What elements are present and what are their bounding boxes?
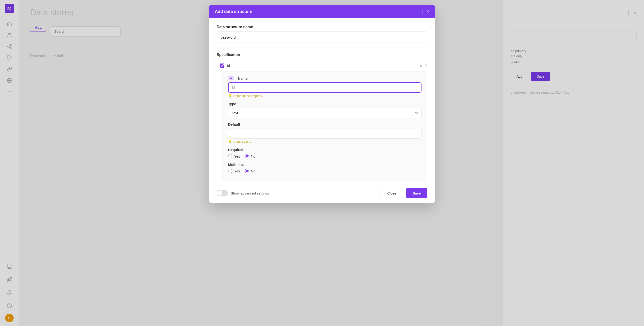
multiline-no-radio[interactable] [244,169,249,173]
modal-header-actions: × [422,9,429,14]
multiline-yes-radio[interactable] [228,169,232,173]
modal-body: Data structure name Specification id × [209,18,435,183]
required-yes-label: Yes [234,154,240,158]
prop-type-label: Type [228,102,422,106]
advanced-settings-toggle: Show advanced settings [217,190,269,196]
advanced-toggle-switch[interactable] [217,190,228,196]
prop-default-row: Default 💡 Default value. [228,122,422,144]
prop-default-hint: 💡 Default value. [228,140,422,144]
multiline-yes-label: Yes [234,169,240,173]
spec-row-actions: × [420,63,427,68]
svg-point-20 [422,65,422,66]
footer-actions: Close Save [380,188,427,198]
modal-header: Add data structure × [209,5,435,18]
required-no-option[interactable]: No [244,154,255,158]
spec-label: Specification [217,53,427,57]
required-yes-option[interactable]: Yes [228,154,240,158]
prop-multiline-row: Multi-line Yes No [228,162,422,173]
prop-default-input[interactable] [228,128,422,138]
default-hint-bulb-icon: 💡 [228,140,232,144]
close-button[interactable]: Close [380,188,403,198]
spec-item-name: id [227,64,230,68]
modal-overlay: Add data structure × Data structure name… [0,0,644,326]
prop-type-badge: A [228,76,234,80]
prop-required-label: Required [228,148,422,152]
hint-bulb-icon: 💡 [228,94,232,98]
spec-row-id: id × [217,61,427,70]
property-form: A Name 💡 Name of the property. Type Text [222,71,427,182]
name-field-section: Data structure name [217,25,427,48]
spec-drag-icon[interactable] [420,63,423,68]
prop-type-select[interactable]: Text Number Boolean Date Array Object [228,108,422,118]
prop-name-input[interactable] [228,82,422,93]
svg-point-18 [420,66,421,66]
svg-point-17 [420,65,421,66]
prop-default-hint-text: Default value. [233,140,252,144]
required-no-label: No [251,154,255,158]
svg-point-19 [422,64,422,65]
prop-name-label-row: A Name [228,76,422,80]
prop-required-row: Required Yes No [228,148,422,158]
required-radio-group: Yes No [228,154,422,158]
multiline-no-option[interactable]: No [244,169,255,173]
prop-multiline-label: Multi-line [228,162,422,166]
data-structure-name-input[interactable] [217,32,427,43]
spec-checkbox-id[interactable] [220,64,224,68]
toggle-knob [217,190,222,196]
multiline-radio-group: Yes No [228,169,422,173]
add-data-structure-modal: Add data structure × Data structure name… [209,5,435,203]
modal-close-button[interactable]: × [426,9,429,14]
prop-default-label: Default [228,122,422,126]
prop-name-label: Name [238,76,248,80]
required-no-radio[interactable] [244,154,249,158]
prop-name-hint: 💡 Name of the property. [228,94,422,98]
svg-point-21 [422,66,422,66]
modal-footer: Show advanced settings Close Save [209,183,435,203]
prop-type-row: Type Text Number Boolean Date Array Obje… [228,102,422,118]
modal-title: Add data structure [215,9,252,14]
save-button[interactable]: Save [406,188,427,198]
multiline-yes-option[interactable]: Yes [228,169,240,173]
svg-point-16 [420,64,421,65]
prop-name-row: A Name 💡 Name of the property. [228,76,422,98]
required-yes-radio[interactable] [228,154,232,158]
name-field-label: Data structure name [217,25,427,29]
multiline-no-label: No [251,169,255,173]
advanced-label: Show advanced settings [231,191,269,195]
modal-options-icon[interactable] [422,10,423,14]
prop-divider [236,76,236,80]
spec-delete-button[interactable]: × [425,63,427,68]
prop-name-hint-text: Name of the property. [233,94,263,98]
